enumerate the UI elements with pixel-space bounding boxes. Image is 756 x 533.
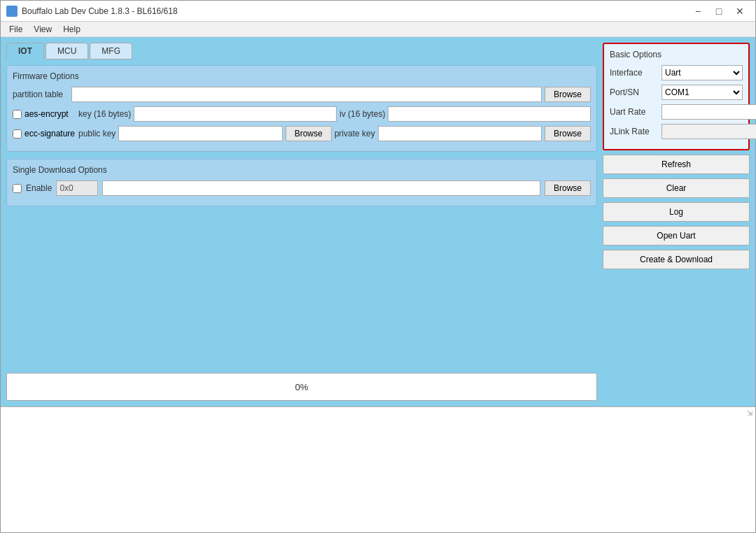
- clear-button[interactable]: Clear: [603, 178, 750, 198]
- firmware-options-title: Firmware Options: [13, 71, 591, 81]
- interface-row: Interface Uart JLink OpenOCD: [610, 65, 743, 80]
- address-input[interactable]: [56, 180, 98, 196]
- firmware-options-section: Firmware Options partition table Browse …: [6, 65, 597, 152]
- enable-row: Enable Browse: [13, 180, 591, 196]
- partition-table-input[interactable]: [71, 87, 542, 102]
- aes-encrypt-checkbox-label[interactable]: aes-encrypt: [13, 109, 76, 119]
- iv-label: iv (16 bytes): [340, 109, 385, 119]
- uart-rate-input[interactable]: 2000000: [662, 104, 756, 120]
- window-title: Bouffalo Lab Dev Cube 1.8.3 - BL616/618: [22, 6, 688, 16]
- menu-help[interactable]: Help: [57, 23, 86, 36]
- progress-bar-container: 0%: [6, 373, 597, 401]
- progress-section: 0%: [6, 373, 597, 401]
- private-key-label: private key: [335, 129, 375, 138]
- progress-text: 0%: [295, 382, 309, 392]
- log-button[interactable]: Log: [603, 202, 750, 222]
- jlink-rate-input: 1000: [662, 124, 756, 139]
- spacer: [6, 211, 597, 369]
- menu-file[interactable]: File: [4, 23, 28, 36]
- log-area: ⇲: [1, 406, 755, 532]
- enable-checkbox[interactable]: [13, 184, 22, 193]
- close-button[interactable]: ✕: [730, 3, 750, 19]
- title-bar: Bouffalo Lab Dev Cube 1.8.3 - BL616/618 …: [1, 1, 755, 22]
- file-input[interactable]: [102, 180, 540, 196]
- main-content: IOT MCU MFG Firmware Options partition t…: [1, 37, 755, 406]
- key-label: key (16 bytes): [78, 109, 131, 119]
- private-key-browse[interactable]: Browse: [545, 126, 591, 141]
- aes-encrypt-row: aes-encrypt key (16 bytes) iv (16 bytes): [13, 106, 591, 122]
- partition-table-row: partition table Browse: [13, 87, 591, 102]
- maximize-button[interactable]: □: [709, 3, 729, 19]
- single-download-section: Single Download Options Enable Browse: [6, 159, 597, 206]
- resize-handle[interactable]: ⇲: [744, 407, 755, 418]
- tab-mfg[interactable]: MFG: [90, 43, 132, 59]
- main-window: Bouffalo Lab Dev Cube 1.8.3 - BL616/618 …: [0, 0, 756, 533]
- minimize-button[interactable]: −: [688, 3, 708, 19]
- jlink-rate-label: JLink Rate: [610, 127, 659, 136]
- ecc-signature-checkbox[interactable]: [13, 129, 22, 138]
- partition-table-browse[interactable]: Browse: [545, 87, 591, 102]
- refresh-button[interactable]: Refresh: [603, 155, 750, 174]
- public-key-label: public key: [78, 129, 115, 138]
- uart-rate-row: Uart Rate 2000000: [610, 104, 743, 120]
- single-download-title: Single Download Options: [13, 165, 591, 175]
- key-input[interactable]: [134, 106, 337, 122]
- menu-bar: File View Help: [1, 22, 755, 37]
- uart-rate-label: Uart Rate: [610, 107, 659, 117]
- jlink-rate-row: JLink Rate 1000: [610, 124, 743, 139]
- interface-select[interactable]: Uart JLink OpenOCD: [662, 65, 743, 80]
- menu-view[interactable]: View: [28, 23, 57, 36]
- tab-mcu[interactable]: MCU: [46, 43, 88, 59]
- public-key-input[interactable]: [118, 126, 282, 141]
- port-sn-select[interactable]: COM1 COM2 COM3: [662, 85, 743, 100]
- iv-input[interactable]: [388, 106, 591, 122]
- window-controls: − □ ✕: [688, 3, 750, 19]
- tab-iot[interactable]: IOT: [6, 43, 44, 59]
- right-panel: Basic Options Interface Uart JLink OpenO…: [603, 43, 750, 401]
- private-key-input[interactable]: [378, 126, 542, 141]
- ecc-signature-row: ecc-signature public key Browse private …: [13, 126, 591, 141]
- left-panel: IOT MCU MFG Firmware Options partition t…: [6, 43, 597, 401]
- basic-options-box: Basic Options Interface Uart JLink OpenO…: [603, 43, 750, 150]
- tabs: IOT MCU MFG: [6, 43, 597, 59]
- app-icon: [6, 6, 18, 17]
- single-download-browse[interactable]: Browse: [545, 180, 591, 196]
- interface-label: Interface: [610, 68, 659, 78]
- port-sn-label: Port/SN: [610, 87, 659, 97]
- aes-encrypt-checkbox[interactable]: [13, 110, 22, 119]
- public-key-browse[interactable]: Browse: [286, 126, 332, 141]
- partition-table-label: partition table: [13, 90, 69, 99]
- enable-label: Enable: [26, 183, 52, 193]
- ecc-signature-checkbox-label[interactable]: ecc-signature: [13, 129, 76, 138]
- open-uart-button[interactable]: Open Uart: [603, 226, 750, 246]
- basic-options-title: Basic Options: [610, 50, 743, 59]
- create-download-button[interactable]: Create & Download: [603, 250, 750, 269]
- port-sn-row: Port/SN COM1 COM2 COM3: [610, 85, 743, 100]
